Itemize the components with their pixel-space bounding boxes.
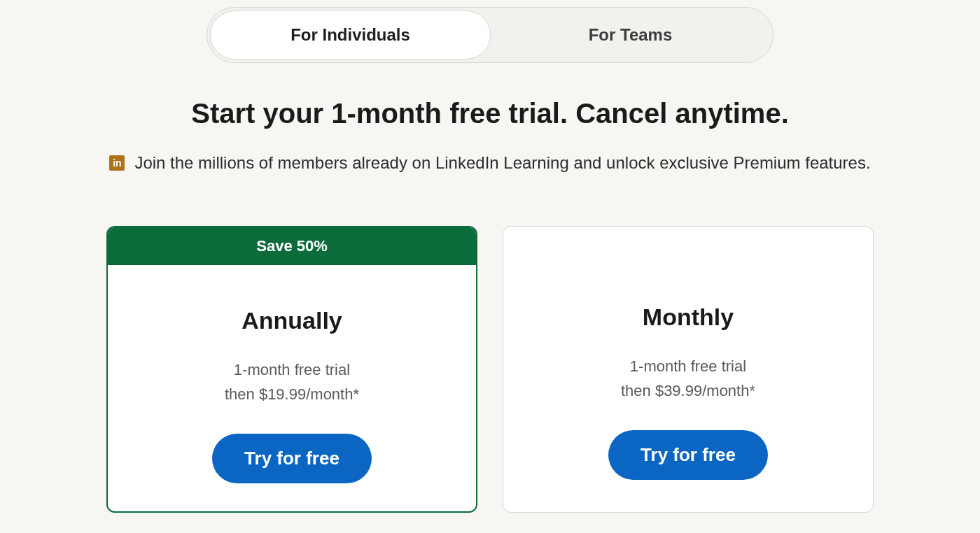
plan-card-monthly: Monthly 1-month free trial then $39.99/m… bbox=[503, 226, 874, 513]
try-free-button-monthly[interactable]: Try for free bbox=[608, 430, 768, 480]
page-headline: Start your 1-month free trial. Cancel an… bbox=[191, 98, 789, 129]
plan-body: Annually 1-month free trial then $19.99/… bbox=[108, 265, 476, 511]
audience-tab-switcher: For Individuals For Teams bbox=[206, 7, 774, 63]
tab-individuals[interactable]: For Individuals bbox=[210, 10, 491, 59]
plan-trial-line: 1-month free trial bbox=[630, 355, 746, 378]
plan-trial-line: 1-month free trial bbox=[234, 358, 350, 381]
plan-price-line: then $39.99/month* bbox=[621, 379, 755, 402]
plan-body: Monthly 1-month free trial then $39.99/m… bbox=[503, 227, 873, 508]
plan-title: Annually bbox=[241, 307, 342, 334]
tab-label: For Individuals bbox=[290, 25, 410, 45]
subtext-row: in Join the millions of members already … bbox=[109, 153, 870, 173]
tab-label: For Teams bbox=[589, 25, 673, 45]
page-subtext: Join the millions of members already on … bbox=[134, 153, 870, 173]
save-badge: Save 50% bbox=[108, 227, 476, 265]
linkedin-icon: in bbox=[109, 155, 125, 171]
tab-teams[interactable]: For Teams bbox=[491, 10, 770, 59]
plan-price-line: then $19.99/month* bbox=[225, 383, 359, 406]
plan-card-annual: Save 50% Annually 1-month free trial the… bbox=[106, 226, 477, 513]
try-free-button-annual[interactable]: Try for free bbox=[212, 434, 372, 483]
plans-row: Save 50% Annually 1-month free trial the… bbox=[106, 226, 874, 513]
plan-title: Monthly bbox=[643, 304, 734, 331]
